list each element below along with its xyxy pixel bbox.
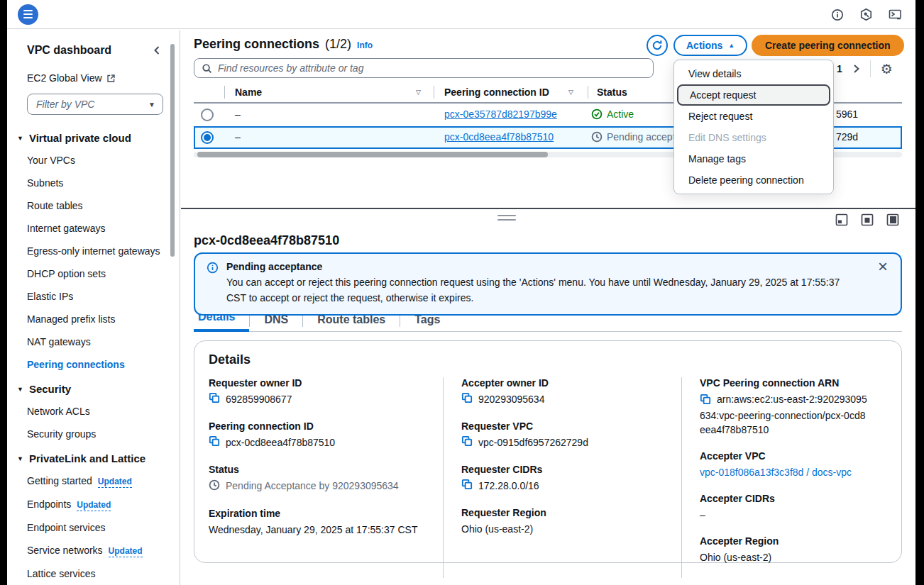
chevron-up-icon: ▲ (728, 42, 735, 49)
sidebar-item-service-networks[interactable]: Service networksUpdated (27, 544, 161, 558)
sort-icon[interactable]: ▽ (568, 89, 573, 96)
field-value: Ohio (us-east-2) (461, 522, 533, 536)
sidebar-link-ec2-global-view[interactable]: EC2 Global View (27, 72, 161, 84)
sidebar-section-virtual-private-cloud[interactable]: ▼ Virtual private cloud (17, 132, 161, 144)
sidebar-item-subnets[interactable]: Subnets (27, 177, 161, 190)
field-label: VPC Peering connection ARN (700, 377, 870, 389)
tab-tags[interactable]: Tags (400, 313, 454, 332)
sidebar-item-managed-prefix-lists[interactable]: Managed prefix lists (27, 313, 161, 326)
panel-layout-split-icon[interactable] (861, 213, 874, 226)
chevron-down-icon: ▼ (148, 101, 155, 108)
hamburger-menu-button[interactable] (18, 4, 38, 25)
sidebar-item-internet-gateways[interactable]: Internet gateways (27, 222, 161, 235)
triangle-down-icon: ▼ (17, 135, 23, 142)
peering-connection-id-link[interactable]: pcx-0cd8eea4f78b87510 (444, 131, 554, 143)
clipped-cell: 5961 (836, 108, 858, 120)
field-value: Pending Acceptance by 920293095634 (226, 479, 399, 493)
menu-item-view-details[interactable]: View details (674, 63, 833, 84)
sort-icon[interactable]: ▽ (416, 89, 421, 96)
external-link-icon (106, 74, 116, 83)
create-peering-connection-button[interactable]: Create peering connection (752, 35, 904, 56)
updated-badge[interactable]: Updated (98, 477, 132, 488)
sidebar-item-getting-started[interactable]: Getting startedUpdated (27, 474, 161, 489)
copy-icon[interactable] (209, 392, 220, 407)
menu-item-manage-tags[interactable]: Manage tags (674, 148, 833, 169)
sidebar-scrollbar[interactable] (170, 44, 175, 257)
row-radio-button[interactable] (201, 108, 214, 121)
copy-icon[interactable] (209, 435, 220, 450)
info-icon[interactable] (831, 9, 844, 21)
tab-route-tables[interactable]: Route tables (303, 313, 400, 332)
triangle-down-icon: ▼ (17, 386, 23, 393)
sidebar-section-privatelink-and-lattice[interactable]: ▼ PrivateLink and Lattice (17, 452, 161, 464)
menu-item-accept-request[interactable]: Accept request (677, 84, 830, 106)
close-icon[interactable]: × (878, 258, 888, 275)
sidebar-title: VPC dashboard (27, 44, 111, 57)
details-column-1: Requester owner ID 692859908677 Peering … (209, 377, 443, 578)
cloudshell-icon[interactable] (889, 9, 903, 21)
column-header-status[interactable]: Status (597, 87, 627, 98)
filter-by-vpc-placeholder: Filter by VPC (36, 99, 94, 110)
sidebar-item-security-groups[interactable]: Security groups (27, 428, 161, 441)
updated-badge[interactable]: Updated (109, 546, 143, 557)
copy-icon[interactable] (700, 394, 711, 408)
triangle-down-icon: ▼ (17, 455, 23, 462)
sidebar-item-endpoints[interactable]: EndpointsUpdated (27, 498, 161, 512)
screen-edge-right (915, 0, 924, 585)
split-panel-drag-handle[interactable] (497, 215, 516, 223)
menu-item-reject-request[interactable]: Reject request (674, 106, 833, 127)
split-panel-divider[interactable] (181, 208, 915, 209)
sidebar-section-security[interactable]: ▼ Security (17, 383, 161, 395)
actions-dropdown-menu: View details Accept request Reject reque… (673, 60, 834, 194)
column-header-peering-connection-id[interactable]: Peering connection ID (444, 87, 549, 98)
filter-by-vpc-select[interactable]: Filter by VPC ▼ (27, 94, 163, 115)
pagination: 1 ⚙ (837, 60, 893, 78)
next-page-button[interactable] (852, 64, 860, 74)
search-input[interactable] (218, 62, 646, 74)
accepter-vpc-link[interactable]: vpc-018f086a13f3c3f8d / docs-vpc (700, 465, 852, 479)
sidebar-item-nat-gateways[interactable]: NAT gateways (27, 335, 161, 349)
row-radio-button-checked[interactable] (201, 131, 214, 144)
sidebar-item-peering-connections[interactable]: Peering connections (27, 358, 161, 372)
table-settings-gear-icon[interactable]: ⚙ (881, 62, 893, 76)
pending-acceptance-banner: Pending acceptance You can accept or rej… (194, 252, 902, 316)
sidebar: VPC dashboard EC2 Global View Filter by … (7, 30, 180, 585)
copy-icon[interactable] (461, 435, 473, 450)
actions-button[interactable]: Actions ▲ (673, 35, 747, 56)
column-header-name[interactable]: Name (235, 87, 262, 98)
field-value: vpc-0915df6957262729d (478, 435, 588, 450)
panel-layout-bottom-icon[interactable] (835, 213, 848, 226)
panel-layout-side-icon[interactable] (886, 213, 899, 226)
field-value: – (700, 508, 705, 522)
sidebar-item-dhcp-option-sets[interactable]: DHCP option sets (27, 267, 161, 281)
amazon-q-icon[interactable] (859, 8, 873, 21)
refresh-button[interactable] (647, 35, 668, 56)
sidebar-item-elastic-ips[interactable]: Elastic IPs (27, 290, 161, 303)
field-label: Accepter VPC (700, 450, 870, 462)
updated-badge[interactable]: Updated (77, 500, 111, 511)
field-value: 920293095634 (478, 392, 544, 406)
field-label: Accepter CIDRs (700, 493, 870, 504)
sidebar-item-endpoint-services[interactable]: Endpoint services (27, 521, 161, 535)
menu-item-edit-dns-settings: Edit DNS settings (674, 127, 833, 148)
copy-icon[interactable] (461, 392, 473, 407)
menu-item-delete-peering-connection[interactable]: Delete peering connection (674, 169, 833, 191)
sidebar-collapse-button[interactable] (153, 45, 161, 55)
sidebar-item-route-tables[interactable]: Route tables (27, 199, 161, 213)
field-value: 692859908677 (226, 392, 292, 406)
divider (870, 60, 871, 77)
sidebar-item-network-acls[interactable]: Network ACLs (27, 405, 161, 418)
sidebar-item-lattice-services[interactable]: Lattice services (27, 567, 161, 581)
copy-icon[interactable] (461, 479, 473, 494)
info-icon (207, 262, 219, 277)
scrollbar-thumb[interactable] (197, 152, 548, 157)
field-label: Requester Region (461, 507, 664, 518)
peering-connection-id-link[interactable]: pcx-0e35787d82197b99e (444, 108, 557, 120)
sidebar-item-your-vpcs[interactable]: Your VPCs (27, 154, 161, 167)
banner-title: Pending acceptance (226, 261, 861, 272)
page-number[interactable]: 1 (837, 63, 842, 74)
sidebar-item-egress-only-internet-gateways[interactable]: Egress-only internet gateways (27, 245, 161, 258)
chevron-right-icon (852, 64, 860, 74)
info-link[interactable]: Info (357, 40, 373, 50)
tab-dns[interactable]: DNS (250, 313, 302, 332)
